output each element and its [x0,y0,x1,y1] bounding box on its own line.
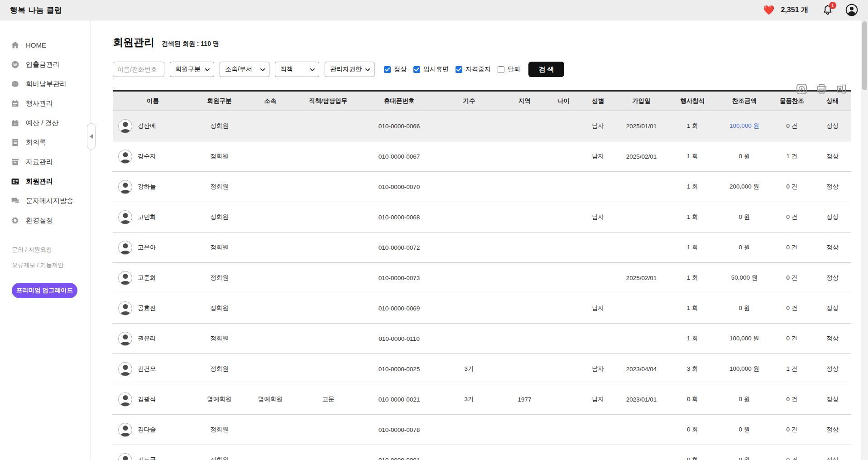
add-member-icon[interactable] [796,83,808,95]
cell-goods: 0 건 [770,232,814,263]
cell-cohort [436,445,502,460]
column-header-age[interactable]: 나이 [547,91,580,111]
cell-join_date [616,445,667,460]
sidebar-item-home[interactable]: HOME [0,35,91,55]
premium-upgrade-button[interactable]: 프리미엄 업그레이드 [12,283,77,298]
cell-age [547,202,580,232]
support-link-1[interactable]: 문의 / 지원요청 [0,242,91,257]
cell-gender [580,445,616,460]
cell-phone: 010-0000-0069 [362,293,436,324]
column-header-affiliation[interactable]: 소속 [246,91,295,111]
table-row[interactable]: 김광석명예회원명예회원고문010-0000-00213기1977남자2023/0… [113,384,851,415]
excel-export-icon[interactable] [835,83,848,95]
cell-member_type: 정회원 [193,445,246,460]
print-icon[interactable] [815,83,828,95]
table-row[interactable]: 권유리정회원010-0000-01101 회100,000 원0 건정상 [113,324,851,354]
cell-cohort [436,232,502,263]
table-row[interactable]: 고준희정회원010-0000-00732025/02/011 회50,000 원… [113,263,851,293]
filter-select-4[interactable]: 관리자권한 [325,62,374,77]
sidebar-item-budget[interactable]: ::: 예산 / 결산 [0,113,91,133]
cell-member_type: 정회원 [193,232,246,263]
filter-select-1[interactable]: 회원구분 [170,62,214,77]
cell-donation[interactable]: 100,000 원 [719,111,770,141]
cell-member_type: 정회원 [193,293,246,324]
cell-status: 정상 [814,415,851,445]
cell-role [295,141,362,172]
sidebar-item-members[interactable]: 회원관리 [0,172,91,191]
cell-status: 정상 [814,263,851,293]
table-row[interactable]: 강산에정회원010-0000-0066남자2025/01/011 회100,00… [113,111,851,141]
member-avatar-icon [118,362,132,376]
support-link-2[interactable]: 오류제보 / 기능제안 [0,257,91,273]
cell-member_type: 명예회원 [193,384,246,415]
cell-cohort: 3기 [436,384,502,415]
filter-select-2[interactable]: 소속/부서 [220,62,269,77]
column-header-member_type[interactable]: 회원구분 [193,91,246,111]
cell-age [547,111,580,141]
cell-goods: 0 건 [770,324,814,354]
sidebar-item-materials[interactable]: 자료관리 [0,152,91,172]
cell-member_type: 정회원 [193,202,246,232]
table-row[interactable]: 김도균정회원010-0000-00910 회0 원0 건정상 [113,445,851,460]
filter-select-3[interactable]: 직책 [275,62,319,77]
sidebar-collapse-handle[interactable] [87,123,96,150]
document-icon [10,138,20,147]
cell-cohort [436,172,502,202]
column-header-join_date[interactable]: 가입일 [616,91,667,111]
table-row[interactable]: 고은아정회원010-0000-00721 회0 원0 건정상 [113,232,851,263]
sidebar-item-sms[interactable]: 문자메시지발송 [0,191,91,211]
chevron-down-icon [307,66,315,73]
cell-member_type: 정회원 [193,354,246,384]
column-header-name[interactable]: 이름 [113,91,193,111]
member-avatar-icon [118,150,132,164]
search-button[interactable]: 검 색 [528,62,564,77]
table-row[interactable]: 김건모정회원010-0000-00253기남자2023/04/043 회100,… [113,354,851,384]
column-header-phone[interactable]: 휴대폰번호 [362,91,436,111]
cell-phone: 010-0000-0021 [362,384,436,415]
sidebar-item-minutes[interactable]: 회의록 [0,133,91,152]
checked-checkbox-icon [413,66,420,73]
scrollbar-thumb[interactable] [862,21,867,90]
filter-checkbox-4[interactable]: 탈퇴 [498,65,520,73]
table-row[interactable]: 김다솔정회원010-0000-00780 회0 원0 건정상 [113,415,851,445]
sidebar-item-fees[interactable]: 회비납부관리 [0,74,91,94]
cell-role [295,172,362,202]
cell-status: 정상 [814,111,851,141]
filter-checkbox-3[interactable]: 자격중지 [456,65,491,73]
cell-attendance: 1 회 [667,111,719,141]
column-header-attendance[interactable]: 행사참석 [667,91,719,111]
column-header-cohort[interactable]: 기수 [436,91,502,111]
cell-age [547,293,580,324]
sidebar-item-events[interactable]: 행사관리 [0,94,91,113]
cell-join_date: 2025/01/01 [616,111,667,141]
cell-donation: 0 원 [719,445,770,460]
notification-bell-icon[interactable]: 1 [822,4,834,16]
cell-region [502,263,547,293]
sidebar-item-settings[interactable]: 환경설정 [0,211,91,230]
table-row[interactable]: 강수지정회원010-0000-0067남자2025/02/011 회0 원1 건… [113,141,851,172]
column-header-region[interactable]: 지역 [502,91,547,111]
column-header-role[interactable]: 직책/담당업무 [295,91,362,111]
cell-gender [580,172,616,202]
member-avatar-icon [118,210,132,224]
cell-gender: 남자 [580,293,616,324]
search-input[interactable] [113,62,164,77]
cell-gender: 남자 [580,354,616,384]
cell-role [295,415,362,445]
user-avatar[interactable] [845,4,858,16]
column-header-gender[interactable]: 성별 [580,91,616,111]
table-row[interactable]: 공효진정회원010-0000-0069남자1 회0 원0 건정상 [113,293,851,324]
table-row[interactable]: 고민희정회원010-0000-0068남자1 회0 원0 건정상 [113,202,851,232]
cell-gender: 남자 [580,384,616,415]
page-scrollbar[interactable] [861,20,868,460]
sidebar-item-deposits[interactable]: W 입출금관리 [0,55,91,74]
main-content: 회원관리 검색된 회원 : 110 명 회원구분 소속/부서 직책 관리자권한 … [91,20,868,460]
table-row[interactable]: 강하늘정회원010-0000-00701 회200,000 원0 건정상 [113,172,851,202]
column-header-donation[interactable]: 찬조금액 [719,91,770,111]
cell-goods: 0 건 [770,172,814,202]
topbar: 행복 나눔 클럽 ❤️ 2,351 개 1 [0,0,868,20]
filter-checkbox-2[interactable]: 임시휴면 [413,65,449,73]
cell-region [502,445,547,460]
filter-checkbox-1[interactable]: 정상 [384,65,407,73]
cell-phone: 010-0000-0025 [362,354,436,384]
